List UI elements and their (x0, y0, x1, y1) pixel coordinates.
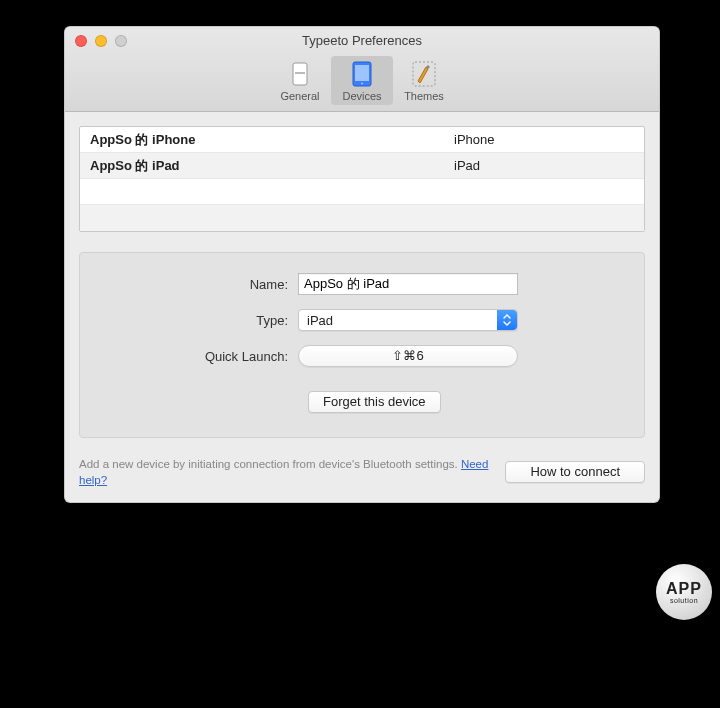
device-name: AppSo 的 iPhone (90, 131, 454, 149)
zoom-window-button[interactable] (115, 35, 127, 47)
type-select-value: iPad (307, 313, 333, 328)
themes-icon (408, 60, 440, 88)
device-row-empty (80, 179, 644, 205)
app-solution-watermark: APP solution (656, 564, 712, 620)
content-area: AppSo 的 iPhone iPhone AppSo 的 iPad iPad … (65, 112, 659, 502)
titlebar: Typeeto Preferences General (65, 27, 659, 112)
tab-devices-label: Devices (333, 90, 391, 102)
preferences-window: Typeeto Preferences General (64, 26, 660, 503)
quicklaunch-shortcut-button[interactable]: ⇧⌘6 (298, 345, 518, 367)
tab-general-label: General (271, 90, 329, 102)
svg-rect-1 (295, 72, 305, 74)
footer: Add a new device by initiating connectio… (79, 456, 645, 488)
devices-icon (346, 60, 378, 88)
name-label: Name: (98, 277, 298, 292)
forget-device-button[interactable]: Forget this device (308, 391, 441, 413)
device-type: iPad (454, 158, 634, 173)
device-details-panel: Name: Type: iPad Quick Launch: ⇧⌘6 (79, 252, 645, 438)
device-type: iPhone (454, 132, 634, 147)
general-icon (284, 60, 316, 88)
watermark-title: APP (666, 580, 702, 598)
device-list: AppSo 的 iPhone iPhone AppSo 的 iPad iPad (79, 126, 645, 232)
traffic-lights (75, 35, 127, 47)
type-select[interactable]: iPad (298, 309, 518, 331)
type-label: Type: (98, 313, 298, 328)
how-to-connect-button[interactable]: How to connect (505, 461, 645, 483)
quicklaunch-label: Quick Launch: (98, 349, 298, 364)
device-row[interactable]: AppSo 的 iPhone iPhone (80, 127, 644, 153)
watermark-subtitle: solution (670, 597, 698, 604)
close-window-button[interactable] (75, 35, 87, 47)
name-input[interactable] (298, 273, 518, 295)
svg-point-4 (361, 83, 363, 85)
tab-devices[interactable]: Devices (331, 56, 393, 105)
tab-themes-label: Themes (395, 90, 453, 102)
minimize-window-button[interactable] (95, 35, 107, 47)
window-title: Typeeto Preferences (73, 33, 651, 52)
device-row-empty (80, 205, 644, 231)
footer-hint: Add a new device by initiating connectio… (79, 456, 489, 488)
tab-themes[interactable]: Themes (393, 56, 455, 105)
device-name: AppSo 的 iPad (90, 157, 454, 175)
preferences-toolbar: General Devices (73, 52, 651, 111)
svg-rect-3 (355, 65, 369, 81)
device-row[interactable]: AppSo 的 iPad iPad (80, 153, 644, 179)
tab-general[interactable]: General (269, 56, 331, 105)
chevron-updown-icon (497, 310, 517, 330)
quicklaunch-value: ⇧⌘6 (392, 348, 423, 363)
